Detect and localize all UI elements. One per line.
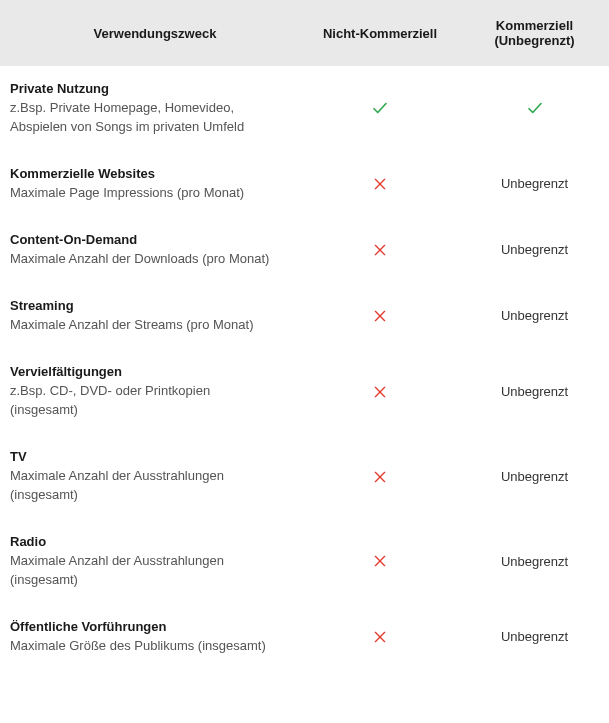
table-row: Vervielfältigungenz.Bsp. CD-, DVD- oder … [0, 349, 609, 434]
non-commercial-cell [300, 553, 460, 570]
purpose-cell: Private Nutzungz.Bsp. Private Homepage, … [0, 80, 300, 137]
purpose-subtitle: z.Bsp. Private Homepage, Homevideo, Absp… [10, 99, 280, 137]
purpose-title: Private Nutzung [10, 80, 280, 98]
header-non-commercial: Nicht-Kommerziell [300, 8, 460, 59]
purpose-title: Kommerzielle Websites [10, 165, 280, 183]
cell-text: Unbegrenzt [501, 469, 568, 484]
purpose-subtitle: Maximale Anzahl der Downloads (pro Monat… [10, 250, 280, 269]
header-commercial-unlimited: Kommerziell (Unbegrenzt) [460, 0, 609, 66]
purpose-title: Vervielfältigungen [10, 363, 280, 381]
table-row: TVMaximale Anzahl der Ausstrahlungen (in… [0, 434, 609, 519]
purpose-cell: TVMaximale Anzahl der Ausstrahlungen (in… [0, 448, 300, 505]
header-purpose: Verwendungszweck [0, 8, 300, 59]
table-row: RadioMaximale Anzahl der Ausstrahlungen … [0, 519, 609, 604]
purpose-cell: Content-On-DemandMaximale Anzahl der Dow… [0, 231, 300, 269]
commercial-cell: Unbegrenzt [460, 469, 609, 484]
non-commercial-cell [300, 383, 460, 400]
commercial-cell: Unbegrenzt [460, 308, 609, 323]
commercial-cell: Unbegrenzt [460, 629, 609, 644]
comparison-table: Verwendungszweck Nicht-Kommerziell Komme… [0, 0, 609, 670]
purpose-subtitle: Maximale Anzahl der Streams (pro Monat) [10, 316, 280, 335]
cell-text: Unbegrenzt [501, 176, 568, 191]
purpose-title: Öffentliche Vorführungen [10, 618, 280, 636]
non-commercial-cell [300, 308, 460, 325]
cross-icon [372, 384, 388, 400]
cell-text: Unbegrenzt [501, 384, 568, 399]
cross-icon [372, 629, 388, 645]
commercial-cell: Unbegrenzt [460, 554, 609, 569]
table-header-row: Verwendungszweck Nicht-Kommerziell Komme… [0, 0, 609, 66]
table-row: Private Nutzungz.Bsp. Private Homepage, … [0, 66, 609, 151]
purpose-cell: Vervielfältigungenz.Bsp. CD-, DVD- oder … [0, 363, 300, 420]
purpose-cell: Kommerzielle WebsitesMaximale Page Impre… [0, 165, 300, 203]
cross-icon [372, 308, 388, 324]
cross-icon [372, 176, 388, 192]
purpose-title: Radio [10, 533, 280, 551]
non-commercial-cell [300, 628, 460, 645]
table-row: StreamingMaximale Anzahl der Streams (pr… [0, 283, 609, 349]
non-commercial-cell [300, 242, 460, 259]
cell-text: Unbegrenzt [501, 308, 568, 323]
cell-text: Unbegrenzt [501, 629, 568, 644]
purpose-cell: Öffentliche VorführungenMaximale Größe d… [0, 618, 300, 656]
non-commercial-cell [300, 99, 460, 117]
table-row: Öffentliche VorführungenMaximale Größe d… [0, 604, 609, 670]
cell-text: Unbegrenzt [501, 242, 568, 257]
purpose-title: TV [10, 448, 280, 466]
check-icon [526, 99, 544, 117]
purpose-subtitle: Maximale Page Impressions (pro Monat) [10, 184, 280, 203]
commercial-cell: Unbegrenzt [460, 242, 609, 257]
commercial-cell: Unbegrenzt [460, 384, 609, 399]
purpose-subtitle: Maximale Anzahl der Ausstrahlungen (insg… [10, 552, 280, 590]
commercial-cell: Unbegrenzt [460, 176, 609, 191]
cross-icon [372, 242, 388, 258]
table-row: Content-On-DemandMaximale Anzahl der Dow… [0, 217, 609, 283]
purpose-cell: RadioMaximale Anzahl der Ausstrahlungen … [0, 533, 300, 590]
cell-text: Unbegrenzt [501, 554, 568, 569]
check-icon [371, 99, 389, 117]
non-commercial-cell [300, 468, 460, 485]
cross-icon [372, 553, 388, 569]
cross-icon [372, 469, 388, 485]
table-row: Kommerzielle WebsitesMaximale Page Impre… [0, 151, 609, 217]
purpose-subtitle: Maximale Größe des Publikums (insgesamt) [10, 637, 280, 656]
commercial-cell [460, 99, 609, 117]
non-commercial-cell [300, 176, 460, 193]
purpose-cell: StreamingMaximale Anzahl der Streams (pr… [0, 297, 300, 335]
purpose-subtitle: Maximale Anzahl der Ausstrahlungen (insg… [10, 467, 280, 505]
purpose-subtitle: z.Bsp. CD-, DVD- oder Printkopien (insge… [10, 382, 280, 420]
purpose-title: Content-On-Demand [10, 231, 280, 249]
purpose-title: Streaming [10, 297, 280, 315]
